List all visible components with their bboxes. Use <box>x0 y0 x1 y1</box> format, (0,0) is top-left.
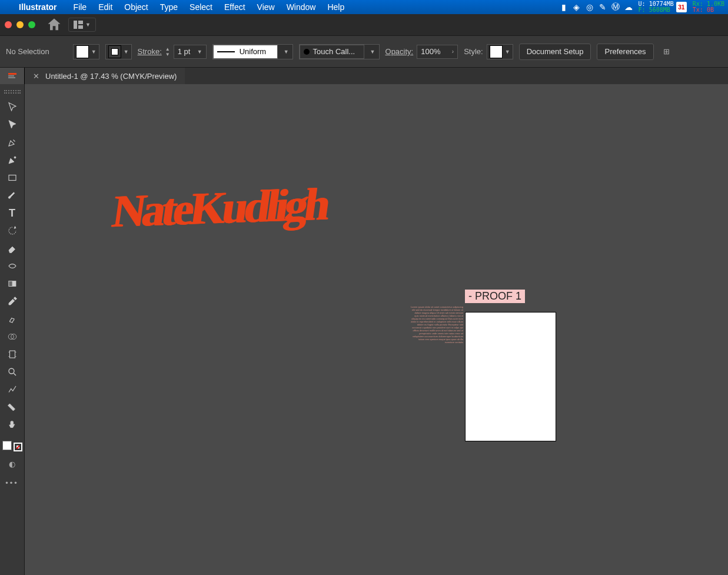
cc-icon[interactable]: ◎ <box>583 2 596 12</box>
artboard-proof-1[interactable] <box>465 312 556 441</box>
sync-icon[interactable]: ◈ <box>570 2 583 12</box>
document-tab[interactable]: ✕ Untitled-1 @ 17.43 % (CMYK/Preview) <box>25 68 185 84</box>
align-pixel-icon[interactable]: ⊞ <box>660 45 674 59</box>
ruler-origin[interactable] <box>0 68 25 84</box>
document-tab-title: Untitled-1 @ 17.43 % (CMYK/Preview) <box>45 72 177 81</box>
mem-free: F: 5608MB <box>639 7 674 13</box>
toolbox-grip[interactable] <box>4 90 21 94</box>
width-tool[interactable] <box>4 258 21 274</box>
menu-type[interactable]: Type <box>154 2 184 12</box>
chevron-down-icon: ▼ <box>85 22 91 28</box>
svg-rect-1 <box>78 21 83 24</box>
direct-selection-tool[interactable] <box>4 117 21 132</box>
zoom-tool[interactable] <box>4 364 21 380</box>
paintbrush-tool[interactable] <box>4 188 21 203</box>
eyedropper-tool[interactable] <box>4 294 21 309</box>
svg-rect-2 <box>78 25 83 29</box>
artboard-tool[interactable] <box>4 347 21 362</box>
tx-label: Tx: <box>693 6 703 13</box>
stroke-swatch-icon <box>108 45 121 58</box>
zoom-window-icon[interactable] <box>28 21 35 28</box>
opacity-label[interactable]: Opacity: <box>385 47 414 56</box>
document-tabs: ✕ Untitled-1 @ 17.43 % (CMYK/Preview) <box>0 68 728 84</box>
close-window-icon[interactable] <box>5 21 12 28</box>
stroke-profile-dropdown[interactable]: Uniform▼ <box>212 44 293 59</box>
stroke-weight-value: 1 pt <box>178 47 191 56</box>
opacity-value: 100% <box>421 47 440 56</box>
canvas-area[interactable]: NateKudligh - PROOF 1 Lorem ipsum dolor … <box>25 84 728 575</box>
menu-edit[interactable]: Edit <box>92 2 118 12</box>
svg-rect-9 <box>9 281 12 287</box>
style-swatch-icon <box>490 45 503 58</box>
draw-mode-icon[interactable]: ◐ <box>4 457 21 470</box>
eraser-tool[interactable] <box>4 241 21 256</box>
toolbox-more-icon[interactable]: ••• <box>5 478 19 487</box>
menu-help[interactable]: Help <box>321 2 350 12</box>
stroke-stepper-down[interactable]: ▼ <box>165 52 170 57</box>
svg-rect-0 <box>74 21 77 29</box>
svg-point-13 <box>9 368 14 374</box>
svg-rect-4 <box>8 75 14 77</box>
feather-icon[interactable]: ✎ <box>596 2 609 12</box>
selection-status: No Selection <box>6 47 49 56</box>
workspace-switcher[interactable]: ▼ <box>68 18 96 32</box>
mac-menubar: Illustrator File Edit Object Type Select… <box>0 0 728 14</box>
artwork-graffiti-text[interactable]: NateKudligh <box>109 178 331 238</box>
m-icon[interactable]: Ⓜ <box>609 2 622 12</box>
toolbox: T ◐ ••• <box>0 84 25 575</box>
preferences-button[interactable]: Preferences <box>597 44 653 60</box>
fill-color-icon[interactable] <box>2 441 12 450</box>
stroke-swatch-dropdown[interactable]: ▼ <box>105 44 132 59</box>
opacity-field[interactable]: 100%› <box>417 45 458 59</box>
artboard-label[interactable]: - PROOF 1 <box>465 290 525 303</box>
window-titlebar: ▼ <box>0 14 728 35</box>
stroke-label[interactable]: Stroke: <box>138 47 162 56</box>
menu-view[interactable]: View <box>251 2 281 12</box>
traffic-lights <box>5 21 35 28</box>
symbol-sprayer-tool[interactable] <box>4 311 21 327</box>
tx-value: 0B <box>707 6 714 13</box>
rotate-tool[interactable] <box>4 223 21 238</box>
stroke-color-icon[interactable] <box>14 443 22 451</box>
type-tool[interactable]: T <box>4 205 21 221</box>
curvature-tool[interactable] <box>4 152 21 168</box>
svg-rect-5 <box>8 77 15 78</box>
control-bar: No Selection ▼ ▼ Stroke: ▲▼ 1 pt▼ Unifor… <box>0 35 728 68</box>
gradient-tool[interactable] <box>4 276 21 291</box>
rectangle-tool[interactable] <box>4 170 21 185</box>
stroke-weight-field[interactable]: 1 pt▼ <box>174 45 207 59</box>
menu-file[interactable]: File <box>68 2 93 12</box>
document-setup-button[interactable]: Document Setup <box>519 44 591 60</box>
overflow-text-block[interactable]: Lorem ipsum dolor sit amet consectetur a… <box>410 305 463 344</box>
fill-swatch-icon <box>76 45 89 58</box>
svg-point-6 <box>14 157 16 158</box>
calendar-date-icon[interactable]: 31 <box>676 2 687 12</box>
profile-label: Uniform <box>240 47 267 56</box>
selection-tool[interactable] <box>4 99 21 115</box>
menu-select[interactable]: Select <box>184 2 218 12</box>
menu-object[interactable]: Object <box>118 2 154 12</box>
hand-tool[interactable] <box>4 417 21 433</box>
minimize-window-icon[interactable] <box>16 21 24 28</box>
menu-window[interactable]: Window <box>281 2 322 12</box>
svg-rect-7 <box>9 175 16 181</box>
status-icon-1[interactable]: ▮ <box>557 2 570 12</box>
graphic-style-dropdown[interactable]: ▼ <box>487 44 513 59</box>
brush-dropdown[interactable]: Touch Call...▼ <box>299 44 380 59</box>
close-tab-icon[interactable]: ✕ <box>33 72 39 81</box>
memory-stats: U: 10774MB F: 5608MB <box>639 1 674 13</box>
graph-tool[interactable] <box>4 382 21 397</box>
shape-builder-tool[interactable] <box>4 329 21 344</box>
slice-tool[interactable] <box>4 400 21 415</box>
stroke-stepper-up[interactable]: ▲ <box>165 46 170 52</box>
cloud-icon[interactable]: ☁ <box>622 2 635 12</box>
home-button[interactable] <box>46 18 62 32</box>
fill-stroke-indicator[interactable] <box>2 441 22 451</box>
brush-dot-icon <box>304 49 310 55</box>
pen-tool[interactable] <box>4 135 21 150</box>
fill-swatch-dropdown[interactable]: ▼ <box>73 44 99 59</box>
app-name-menu[interactable]: Illustrator <box>13 2 63 12</box>
svg-rect-12 <box>9 351 15 358</box>
svg-rect-3 <box>8 73 16 75</box>
menu-effect[interactable]: Effect <box>218 2 251 12</box>
